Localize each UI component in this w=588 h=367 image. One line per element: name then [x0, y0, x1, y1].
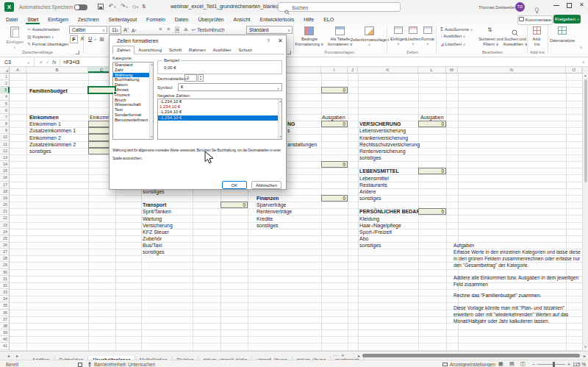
cancel-formula-icon[interactable]: ✕	[39, 60, 43, 65]
cell-label[interactable]: s	[287, 128, 290, 134]
decimals-input[interactable]: 2	[184, 74, 197, 82]
aufgaben-line[interactable]: Feld zusammen	[453, 282, 488, 288]
conditional-formatting-icon[interactable]	[304, 26, 314, 35]
menu-tab-seitenlayout[interactable]: Seitenlayout	[109, 17, 137, 22]
scroll-down-icon[interactable]: ▼	[583, 345, 588, 349]
row-header-36[interactable]: 36	[0, 310, 10, 316]
cell-label[interactable]: Bus/Taxi	[143, 243, 162, 249]
dialog-close-icon[interactable]: ✕	[278, 38, 283, 44]
row-header-38[interactable]: 38	[0, 323, 10, 329]
format-cells-button[interactable]: Format	[417, 37, 438, 41]
row-header-30[interactable]: 30	[0, 269, 10, 276]
menu-tab-formeln[interactable]: Formeln	[146, 17, 165, 22]
undo-icon[interactable]: ↶∨	[109, 3, 116, 10]
insert-function-icon[interactable]: fx	[52, 60, 56, 65]
wrap-text-button[interactable]: ↩ Textumbruch	[192, 27, 224, 33]
zoom-level[interactable]: 115 %	[573, 362, 586, 367]
cell-label[interactable]: Einkommen 2	[29, 135, 61, 141]
name-box[interactable]: C3	[4, 60, 11, 65]
category-option-text[interactable]: Text	[113, 107, 153, 113]
cell-label-bold[interactable]: Finanzen	[257, 196, 279, 202]
menu-tab-daten[interactable]: Daten	[175, 17, 189, 22]
row-header-37[interactable]: 37	[0, 316, 10, 323]
format-cells-icon[interactable]	[423, 26, 432, 34]
category-option-zahl[interactable]: Zahl	[113, 68, 153, 73]
aufgaben-line[interactable]: Addiere alle Einkommen bzw. Ausgaben in …	[453, 275, 578, 281]
cell-label-bold[interactable]: NG	[287, 121, 295, 127]
close-button[interactable]: ✕	[579, 1, 584, 8]
cut-button[interactable]: ✂ Ausschneiden	[27, 26, 60, 32]
col-header-J[interactable]: J	[348, 67, 358, 73]
vertical-scrollbar[interactable]: ▲ ▼	[582, 67, 588, 351]
cell-label[interactable]: anstaltungen	[287, 142, 317, 148]
row-header-20[interactable]: 20	[0, 202, 10, 208]
underline-dropdown-icon[interactable]: ∨	[94, 38, 96, 41]
value-cell[interactable]: 0	[321, 121, 348, 127]
col-header-K[interactable]: K	[358, 67, 418, 73]
row-header-22[interactable]: 22	[0, 215, 10, 221]
row-header-14[interactable]: 14	[0, 161, 10, 168]
cell-label[interactable]: Zubehör	[143, 236, 162, 242]
new-sheet-button[interactable]: +	[341, 352, 345, 359]
row-header-16[interactable]: 16	[0, 174, 10, 181]
value-cell[interactable]: 0	[321, 161, 348, 168]
select-all-corner[interactable]	[0, 67, 10, 74]
aufgaben-line[interactable]: Diese Vorlage könnte man mit "Plan- und …	[453, 305, 564, 311]
dialog-tab-schrift[interactable]: Schrift	[165, 46, 185, 54]
row-header-2[interactable]: 2	[0, 80, 10, 87]
row-header-13[interactable]: 13	[0, 154, 10, 161]
align-right-icon[interactable]: ≡	[175, 26, 179, 33]
category-option-sonderformat[interactable]: Sonderformat	[113, 113, 153, 118]
decimals-spinner[interactable]: ▲ ▼	[198, 74, 204, 82]
horizontal-scroll-thumb[interactable]	[362, 354, 580, 357]
category-option-prozent[interactable]: Prozent	[113, 93, 153, 98]
delete-cells-icon[interactable]	[409, 26, 417, 34]
negative-option-0[interactable]: -1.234,10 €	[158, 99, 282, 104]
copy-button[interactable]: ▥ Kopieren ∨	[27, 34, 54, 39]
value-cell[interactable]: 0	[220, 202, 248, 208]
minimize-button[interactable]	[553, 5, 559, 6]
cell-label[interactable]: sonstiges	[143, 189, 165, 195]
dialog-tab-schutz[interactable]: Schutz	[234, 46, 255, 54]
decrease-font-icon[interactable]: A˅	[132, 28, 137, 33]
ok-button[interactable]: OK	[222, 181, 247, 189]
number-format-select[interactable]: Standard∨	[246, 26, 293, 34]
dialog-tab-ausfüllen[interactable]: Ausfüllen	[209, 46, 235, 54]
row-header-21[interactable]: 21	[0, 208, 10, 215]
category-list[interactable]: StandardZahlWährungBuchhaltungDatumUhrze…	[112, 62, 154, 140]
menu-tab-hilfe[interactable]: Hilfe	[304, 17, 314, 22]
cell-label[interactable]: Ausgaben	[420, 115, 444, 121]
row-header-23[interactable]: 23	[0, 222, 10, 229]
fill-button[interactable]: ↓ Ausfüllen ∨	[440, 34, 465, 38]
cell-label[interactable]: Rechtsschutzversicherung	[359, 142, 420, 148]
vertical-scroll-thumb[interactable]	[584, 79, 588, 182]
menu-tab-zeichnen[interactable]: Zeichnen	[78, 17, 99, 22]
cell-label-bold[interactable]: PERSÖNLICHER BEDARF	[359, 209, 423, 215]
symbol-select[interactable]: €∨	[178, 83, 282, 91]
cell-label-bold[interactable]: Einkommen	[29, 115, 59, 121]
row-header-27[interactable]: 27	[0, 249, 10, 255]
row-header-1[interactable]: 1	[0, 74, 10, 80]
increase-font-icon[interactable]: A˄	[123, 26, 129, 33]
clear-button[interactable]: ◢ Löschen ∨	[440, 41, 465, 46]
row-header-5[interactable]: 5	[0, 101, 10, 107]
autosum-button[interactable]: Σ AutoSumme ∨	[440, 26, 473, 32]
align-left-icon[interactable]: ≡	[159, 26, 162, 32]
cell-label[interactable]: Kleidung	[359, 216, 379, 222]
normal-view-icon[interactable]: ▦	[498, 361, 503, 367]
menu-tab-elo[interactable]: ELO	[323, 17, 334, 22]
row-header-18[interactable]: 18	[0, 188, 10, 195]
row-header-31[interactable]: 31	[0, 276, 10, 282]
comments-button[interactable]: Kommentare	[517, 15, 553, 25]
zoom-slider-knob[interactable]	[553, 362, 555, 367]
cell-label[interactable]: Lebensmittel	[359, 176, 389, 182]
dialog-help-icon[interactable]: ?	[267, 38, 270, 43]
row-header-34[interactable]: 34	[0, 296, 10, 302]
document-title[interactable]: webinar_excel_Teil1_grundrechenarten_bla…	[171, 4, 282, 9]
add-ins-button[interactable]: Add-Ins	[530, 37, 544, 46]
format-painter-button[interactable]: ✎ Format übertragen	[27, 41, 68, 46]
zoom-in-icon[interactable]: +	[567, 362, 570, 367]
cell-label-bold[interactable]: Transport	[143, 202, 166, 208]
category-option-uhrzeit[interactable]: Uhrzeit	[113, 88, 153, 93]
scroll-down-icon[interactable]: ▼	[279, 135, 282, 138]
